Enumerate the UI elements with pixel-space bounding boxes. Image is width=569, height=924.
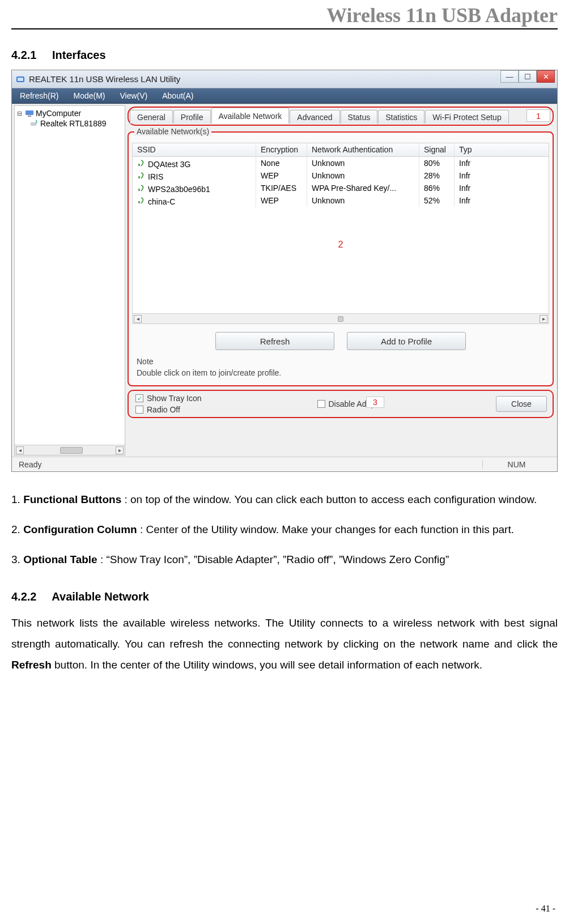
tree-child-label: Realtek RTL81889	[40, 119, 106, 128]
app-window: REALTEK 11n USB Wireless LAN Utility — ☐…	[11, 70, 558, 472]
checkbox-icon[interactable]: ✓	[135, 394, 143, 402]
section-number-421: 4.2.1	[11, 49, 36, 62]
svg-rect-4	[31, 122, 36, 126]
list-item-1-text: : on top of the window. You can click ea…	[121, 493, 537, 505]
tabrow-annotation-box: General Profile Available Network Advanc…	[128, 107, 554, 126]
wifi-icon	[137, 183, 146, 192]
scroll-right-icon[interactable]: ▸	[116, 446, 124, 454]
tab-general[interactable]: General	[130, 110, 173, 124]
scroll-thumb[interactable]	[338, 316, 343, 322]
tree-root[interactable]: ⊟ MyComputer	[17, 108, 122, 118]
tree-horizontal-scrollbar[interactable]: ◂ ▸	[15, 445, 125, 455]
add-to-profile-button[interactable]: Add to Profile	[347, 332, 466, 350]
menu-view[interactable]: View(V)	[114, 90, 153, 102]
available-networks-group: Available Network(s) SSID Encryption Net…	[128, 131, 554, 386]
doc-header-title: Wireless 11n USB Adapter	[11, 0, 558, 28]
menubar: Refresh(R) Mode(M) View(V) About(A)	[12, 88, 557, 104]
status-num-lock: NUM	[482, 460, 550, 469]
maximize-button[interactable]: ☐	[519, 70, 537, 83]
client-area: ⊟ MyComputer Realtek RTL81889 ◂ ▸	[12, 104, 557, 457]
list-item-3-bold: Optional Table	[23, 553, 97, 565]
collapse-icon[interactable]: ⊟	[17, 110, 23, 117]
header-rule	[11, 28, 558, 29]
section-title-421: Interfaces	[52, 49, 106, 61]
menu-refresh[interactable]: Refresh(R)	[14, 90, 64, 102]
tree-child[interactable]: Realtek RTL81889	[17, 118, 122, 129]
statusbar: Ready NUM	[12, 457, 557, 471]
col-encryption[interactable]: Encryption	[256, 143, 307, 156]
computer-icon	[25, 109, 34, 118]
option-show-tray[interactable]: ✓ Show Tray Icon	[135, 394, 202, 403]
tab-wps[interactable]: Wi-Fi Protect Setup	[425, 110, 508, 124]
tree-root-label: MyComputer	[36, 109, 81, 118]
scroll-right-icon[interactable]: ▸	[540, 315, 547, 323]
col-signal[interactable]: Signal	[419, 143, 455, 156]
minimize-button[interactable]: —	[500, 70, 519, 83]
svg-rect-2	[26, 110, 33, 115]
refresh-button[interactable]: Refresh	[215, 332, 334, 350]
tab-statistics[interactable]: Statistics	[378, 110, 424, 124]
checkbox-icon[interactable]	[135, 406, 143, 414]
network-table[interactable]: SSID Encryption Network Authentication S…	[132, 143, 549, 324]
main-pane: General Profile Available Network Advanc…	[126, 104, 557, 457]
table-header: SSID Encryption Network Authentication S…	[133, 143, 549, 157]
status-text: Ready	[19, 460, 41, 469]
options-col-1: ✓ Show Tray Icon Radio Off	[135, 394, 202, 414]
tab-profile[interactable]: Profile	[173, 110, 211, 124]
checkbox-icon[interactable]	[317, 400, 325, 408]
note-label: Note	[137, 357, 547, 366]
menu-about[interactable]: About(A)	[156, 90, 199, 102]
table-row[interactable]: DQAtest 3GNoneUnknown80%Infr	[133, 157, 549, 169]
svg-rect-7	[138, 189, 140, 191]
options-row: ✓ Show Tray Icon Radio Off Disable Adapt…	[128, 390, 554, 418]
section-heading-422: 4.2.2 Available Network	[11, 590, 558, 603]
titlebar-text: REALTEK 11n USB Wireless LAN Utility	[29, 74, 180, 84]
list-item-1: 1. Functional Buttons : on top of the wi…	[11, 489, 558, 510]
wifi-icon	[137, 158, 146, 167]
scroll-thumb[interactable]	[60, 447, 83, 454]
col-type[interactable]: Typ	[455, 143, 481, 156]
app-icon	[15, 74, 26, 84]
svg-rect-1	[18, 78, 23, 81]
table-row[interactable]: IRISWEPUnknown28%Infr	[133, 169, 549, 182]
annotation-3: 3	[366, 397, 384, 408]
note-text: Double click on item to join/create prof…	[137, 368, 281, 377]
list-item-1-bold: Functional Buttons	[23, 493, 121, 505]
table-row[interactable]: WPS2a3b0e96b1TKIP/AESWPA Pre-Shared Key/…	[133, 182, 549, 194]
tab-status[interactable]: Status	[341, 110, 378, 124]
tab-row: General Profile Available Network Advanc…	[130, 109, 509, 124]
window-controls: — ☐ ✕	[500, 70, 555, 84]
tab-advanced[interactable]: Advanced	[290, 110, 339, 124]
col-ssid[interactable]: SSID	[133, 143, 256, 156]
option-show-tray-label: Show Tray Icon	[147, 394, 202, 403]
group-label: Available Network(s)	[134, 127, 211, 136]
scroll-left-icon[interactable]: ◂	[16, 446, 24, 454]
list-item-3-text: : “Show Tray Icon”, ”Disable Adapter”, ”…	[97, 553, 449, 565]
menu-mode[interactable]: Mode(M)	[67, 90, 111, 102]
titlebar: REALTEK 11n USB Wireless LAN Utility — ☐…	[12, 70, 557, 88]
device-tree[interactable]: ⊟ MyComputer Realtek RTL81889 ◂ ▸	[14, 105, 125, 455]
section-title-422: Available Network	[52, 590, 149, 603]
wifi-icon	[137, 195, 146, 205]
list-item-2-text: : Center of the Utility window. Make you…	[137, 523, 514, 535]
page-number: - 41 -	[536, 904, 555, 914]
annotation-1: 1	[526, 109, 550, 122]
svg-rect-5	[138, 164, 140, 166]
option-radio-off-label: Radio Off	[147, 405, 180, 414]
tab-available-network[interactable]: Available Network	[211, 108, 290, 124]
note-block: Note Double click on item to join/create…	[132, 357, 549, 380]
list-item-3: 3. Optional Table : “Show Tray Icon”, ”D…	[11, 549, 558, 570]
para-bold: Refresh	[11, 659, 52, 671]
table-row[interactable]: china-CWEPUnknown52%Infr	[133, 194, 549, 207]
close-button[interactable]: Close	[496, 396, 547, 412]
wifi-icon	[137, 171, 146, 180]
svg-rect-8	[138, 201, 140, 203]
table-horizontal-scrollbar[interactable]: ◂ ▸	[133, 313, 549, 323]
col-auth[interactable]: Network Authentication	[307, 143, 419, 156]
scroll-left-icon[interactable]: ◂	[134, 315, 142, 323]
option-radio-off[interactable]: Radio Off	[135, 405, 202, 414]
list-item-2-bold: Configuration Column	[23, 523, 137, 535]
window-close-button[interactable]: ✕	[537, 70, 555, 83]
section-number-422: 4.2.2	[11, 590, 36, 603]
svg-rect-6	[138, 176, 140, 178]
